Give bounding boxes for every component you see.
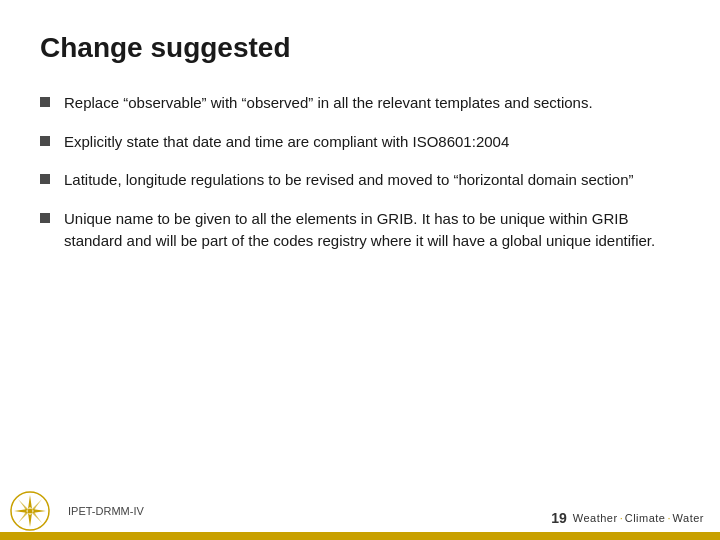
- bullet-icon: [40, 136, 50, 146]
- footer-source-label: IPET-DRMM-IV: [58, 505, 144, 525]
- wmo-dot-2: ·: [668, 512, 671, 524]
- wmo-logo: Weather · Climate · Water: [573, 512, 704, 524]
- list-item: Latitude, longitude regulations to be re…: [40, 169, 680, 192]
- list-item: Unique name to be given to all the eleme…: [40, 208, 680, 253]
- wmo-water-label: Water: [673, 512, 704, 524]
- list-item: Replace “observable” with “observed” in …: [40, 92, 680, 115]
- svg-point-9: [28, 509, 33, 514]
- compass-icon: [10, 491, 50, 531]
- list-item: Explicitly state that date and time are …: [40, 131, 680, 154]
- footer: IPET-DRMM-IV 19 Weather · Climate · Wate…: [0, 490, 720, 540]
- bullet-list: Replace “observable” with “observed” in …: [40, 92, 680, 253]
- wmo-dot-1: ·: [620, 512, 623, 524]
- bullet-text: Explicitly state that date and time are …: [64, 131, 680, 154]
- footer-bar: [0, 532, 720, 540]
- bullet-icon: [40, 213, 50, 223]
- page-number: 19: [551, 510, 567, 526]
- footer-right: 19 Weather · Climate · Water: [551, 510, 704, 526]
- bullet-text: Latitude, longitude regulations to be re…: [64, 169, 680, 192]
- slide: Change suggested Replace “observable” wi…: [0, 0, 720, 540]
- svg-marker-6: [32, 499, 42, 511]
- slide-title: Change suggested: [40, 32, 680, 64]
- bullet-text: Unique name to be given to all the eleme…: [64, 208, 680, 253]
- svg-marker-2: [28, 513, 32, 527]
- svg-marker-7: [18, 511, 28, 523]
- bullet-icon: [40, 174, 50, 184]
- svg-marker-1: [28, 495, 32, 509]
- svg-marker-8: [32, 511, 42, 523]
- wmo-weather-label: Weather: [573, 512, 618, 524]
- wmo-climate-label: Climate: [625, 512, 666, 524]
- bullet-icon: [40, 97, 50, 107]
- bullet-text: Replace “observable” with “observed” in …: [64, 92, 680, 115]
- svg-marker-5: [18, 499, 28, 511]
